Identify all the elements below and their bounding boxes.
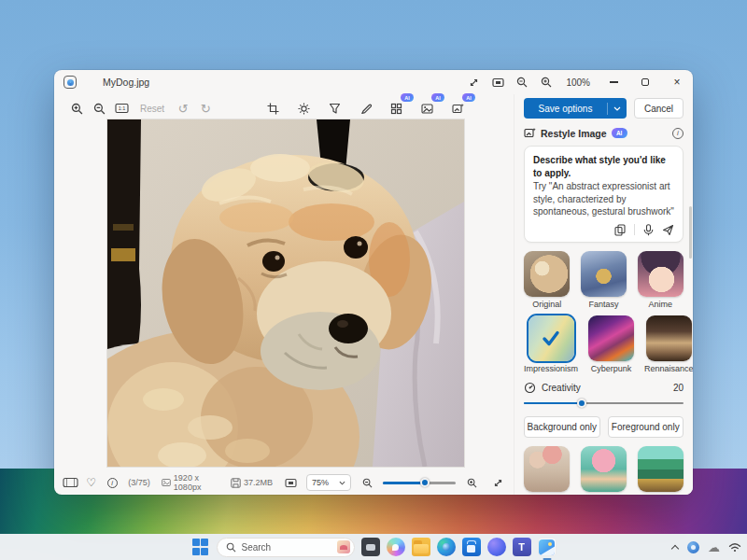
creativity-slider-thumb[interactable] — [577, 399, 586, 408]
zoom-out-small-icon[interactable] — [357, 473, 377, 492]
edited-photo[interactable] — [107, 119, 464, 467]
send-icon[interactable] — [662, 224, 674, 236]
background-only-button[interactable]: Background only — [524, 416, 600, 438]
close-button[interactable]: × — [661, 70, 693, 94]
style-option-surrealism[interactable]: Surrealism — [524, 446, 571, 496]
image-canvas — [54, 122, 515, 470]
filmstrip-icon[interactable] — [62, 473, 78, 492]
zoom-in-small-icon[interactable] — [461, 473, 482, 492]
panel-scrollbar[interactable] — [689, 206, 692, 259]
copilot-icon[interactable] — [387, 538, 405, 556]
markup-pen-icon[interactable] — [354, 97, 376, 119]
photo-counter: (3/75) — [124, 478, 154, 487]
creativity-slider[interactable] — [524, 398, 684, 409]
style-option-original[interactable]: Original — [524, 251, 571, 309]
style-thumbnail — [524, 251, 570, 297]
image-dimensions: 1920 x 1080px — [158, 473, 223, 492]
status-bar: ♡ i (3/75) 1920 x 1080px 37.2MB 75% — [54, 470, 515, 495]
zoom-in-icon[interactable] — [534, 70, 558, 94]
style-thumbnail — [588, 315, 634, 361]
file-info-icon[interactable]: i — [104, 473, 120, 492]
redo-icon[interactable]: ↻ — [194, 97, 217, 119]
favorite-heart-icon[interactable]: ♡ — [82, 473, 99, 492]
tray-app-icon[interactable] — [687, 541, 699, 553]
style-option-anime[interactable]: Anime — [637, 251, 684, 309]
actual-size-icon[interactable]: 1:1 — [110, 97, 133, 119]
reset-button[interactable]: Reset — [133, 104, 172, 114]
fit-to-window-icon[interactable] — [486, 70, 510, 94]
canvas-zoom-in-icon[interactable] — [65, 97, 88, 119]
foreground-only-button[interactable]: Foreground only — [608, 416, 684, 438]
fullscreen-icon[interactable] — [487, 473, 508, 492]
window-title: MyDog.jpg — [103, 77, 149, 88]
photos-app-icon — [63, 76, 77, 89]
filter-icon[interactable] — [323, 97, 345, 119]
teams-icon[interactable] — [513, 538, 531, 556]
style-option-impressionism[interactable]: Impressionism — [524, 315, 578, 373]
crop-icon[interactable] — [261, 97, 284, 119]
filesize-value: 37.2MB — [244, 478, 273, 487]
style-thumbnail — [524, 446, 570, 492]
creativity-value: 20 — [673, 383, 684, 393]
style-grid-bottom: Surrealism Paper Craft Pixel Art — [524, 446, 684, 496]
cancel-button[interactable]: Cancel — [634, 98, 684, 119]
style-thumbnail — [638, 251, 684, 297]
prompt-hint: Try "An abstract expressionist art style… — [533, 180, 674, 218]
style-option-cyberpunk[interactable]: Cyberpunk — [588, 315, 634, 373]
svg-text:1:1: 1:1 — [118, 105, 125, 111]
style-prompt-input[interactable]: Describe what style you'd like to apply.… — [524, 146, 684, 243]
style-thumbnail-selected — [529, 315, 574, 361]
microsoft-store-icon[interactable] — [462, 538, 481, 556]
search-icon — [226, 542, 236, 553]
microphone-icon[interactable] — [643, 224, 654, 236]
canvas-zoom-out-icon[interactable] — [88, 97, 110, 119]
titlebar: MyDog.jpg 100% × — [54, 70, 693, 94]
ai-badge: AI — [462, 93, 475, 102]
wifi-icon[interactable] — [728, 542, 741, 553]
adjust-light-icon[interactable] — [292, 97, 315, 119]
undo-icon[interactable]: ↺ — [172, 97, 194, 119]
save-options-button[interactable]: Save options — [524, 98, 627, 119]
tray-chevron-icon[interactable] — [671, 543, 679, 551]
search-highlights-icon — [337, 540, 350, 553]
style-option-fantasy[interactable]: Fantasy — [581, 251, 627, 309]
file-explorer-icon[interactable] — [412, 538, 430, 556]
microsoft-365-icon[interactable] — [487, 538, 506, 556]
system-tray: ☁ — [671, 534, 743, 560]
maximize-button[interactable] — [629, 70, 661, 94]
photos-app-window: MyDog.jpg 100% × — [54, 70, 693, 495]
canvas-zoom-slider[interactable] — [383, 477, 456, 488]
minimize-button[interactable] — [598, 70, 629, 94]
selected-check-icon — [529, 315, 574, 361]
style-grid-middle: Impressionism Cyberpunk Rennaisance — [524, 315, 684, 373]
task-view-icon[interactable] — [361, 538, 380, 556]
creativity-icon — [524, 382, 536, 394]
desktop: MyDog.jpg 100% × — [0, 0, 747, 560]
start-button[interactable] — [191, 538, 210, 556]
edge-browser-icon[interactable] — [437, 538, 456, 556]
fullscreen-expand-icon[interactable] — [461, 70, 486, 94]
style-option-paper-craft[interactable]: Paper Craft — [581, 446, 627, 496]
ai-badge: AI — [612, 128, 627, 138]
photos-taskbar-icon[interactable] — [538, 538, 557, 556]
style-option-pixel-art[interactable]: Pixel Art — [637, 446, 684, 496]
restyle-image-icon[interactable]: AI — [446, 97, 469, 119]
zoom-percent-dropdown[interactable]: 75% — [306, 474, 351, 491]
paste-icon[interactable] — [614, 224, 626, 236]
onedrive-cloud-icon[interactable]: ☁ — [708, 541, 720, 553]
taskbar-search[interactable]: Search — [217, 538, 355, 557]
style-option-rennaisance[interactable]: Rennaisance — [644, 315, 693, 373]
style-thumbnail — [646, 315, 692, 361]
zoom-slider-thumb[interactable] — [420, 478, 430, 487]
zoom-level-value[interactable]: 100% — [558, 77, 598, 88]
fit-screen-icon[interactable] — [280, 473, 301, 492]
generative-erase-icon[interactable]: AI — [385, 97, 407, 119]
creativity-label: Creativity — [542, 383, 581, 393]
restyle-panel: Save options Cancel Restyle Image AI i D… — [514, 94, 693, 495]
zoom-out-icon[interactable] — [510, 70, 534, 94]
background-edit-icon[interactable]: AI — [416, 97, 438, 119]
style-thumbnail — [581, 251, 627, 297]
search-placeholder: Search — [242, 542, 331, 553]
save-options-chevron-icon[interactable] — [608, 106, 627, 111]
info-icon[interactable]: i — [672, 128, 684, 139]
